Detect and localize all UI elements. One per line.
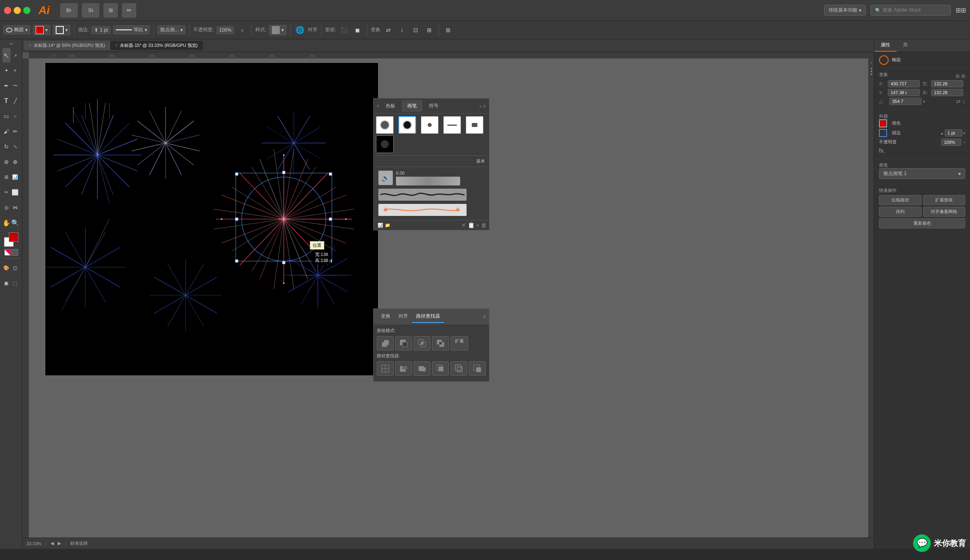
- brush-dot-1[interactable]: [376, 116, 394, 134]
- expand-btn[interactable]: ≡: [377, 104, 379, 108]
- nav-next-btn[interactable]: ▶: [58, 541, 61, 546]
- nav-prev-btn[interactable]: ◀: [51, 541, 54, 546]
- expand-shape-btn[interactable]: 扩展形状: [923, 195, 966, 205]
- warp-tool[interactable]: ⊛: [2, 155, 10, 169]
- blend-tool[interactable]: ◎: [2, 200, 10, 215]
- orange-brush-row[interactable]: [376, 202, 487, 218]
- stroke-up-icon[interactable]: ▲: [940, 131, 944, 135]
- grid-tool[interactable]: ⊞: [2, 170, 10, 184]
- tab-1[interactable]: × 未标题-14* @ 50% (RGB/GPU 预览): [24, 41, 111, 50]
- screen-mode-btn[interactable]: ▣: [2, 276, 10, 290]
- transform-icon-4[interactable]: ⊞: [424, 24, 435, 36]
- lasso-tool[interactable]: ⌖: [11, 63, 19, 78]
- grid-layout-btn[interactable]: ⊞⊞: [956, 6, 966, 14]
- slice-tool[interactable]: ✂: [2, 185, 10, 199]
- brush-dash-1[interactable]: [443, 116, 461, 134]
- pathfinder-menu-icon[interactable]: ≡: [483, 314, 486, 320]
- tab-2-close[interactable]: ×: [115, 43, 118, 48]
- tab-2[interactable]: × 未标题-15* @ 33.33% (RGB/GPU 预览): [111, 41, 203, 50]
- show-brush-kinds-icon[interactable]: 📊: [378, 223, 383, 228]
- pen-icon-btn[interactable]: ✏: [122, 3, 136, 18]
- transform-icon-3[interactable]: ⊡: [410, 24, 421, 36]
- eraser-tool[interactable]: ⬜: [11, 185, 19, 199]
- transform-icon-2[interactable]: ↕: [396, 24, 408, 36]
- pen-tool[interactable]: ✒: [2, 79, 10, 93]
- arrange-btn[interactable]: 排列: [879, 207, 922, 217]
- new-brush-icon[interactable]: +: [476, 222, 479, 228]
- curvature-tool[interactable]: 〜: [11, 79, 19, 93]
- symbol-tab[interactable]: 符号: [423, 100, 444, 112]
- divide-btn[interactable]: [377, 361, 394, 376]
- rough-brush-row[interactable]: [376, 187, 487, 202]
- expand-btn[interactable]: 扩展: [451, 336, 468, 351]
- fx-icon[interactable]: fx.: [879, 147, 885, 154]
- fill-stroke-indicator[interactable]: [4, 232, 18, 247]
- rotate-tool[interactable]: ↻: [2, 139, 10, 154]
- opacity-more-arrow[interactable]: ›: [964, 139, 965, 145]
- brush-tab[interactable]: 画笔: [402, 100, 422, 112]
- hand-tool[interactable]: ✋: [2, 216, 10, 230]
- crop-btn[interactable]: [432, 361, 449, 376]
- ellipse-tool[interactable]: ○: [11, 109, 19, 123]
- unite-btn[interactable]: [377, 336, 394, 351]
- properties-tab[interactable]: 属性: [874, 39, 897, 52]
- recolor-btn[interactable]: 重新着色: [879, 218, 965, 228]
- fill-color-box[interactable]: [879, 119, 887, 127]
- paintbrush-tool[interactable]: 🖌: [2, 124, 10, 139]
- align-pixel-btn[interactable]: 对齐像素网格: [923, 207, 966, 217]
- globe-icon[interactable]: 🌐: [294, 24, 305, 36]
- chart-tool[interactable]: 📊: [11, 170, 19, 184]
- minimize-button[interactable]: [14, 7, 21, 14]
- bridge-icon-btn[interactable]: Br: [60, 3, 78, 18]
- gradient-btn[interactable]: ◫: [11, 261, 19, 275]
- selection-tool[interactable]: ↖: [2, 48, 10, 62]
- rectangle-tool[interactable]: ▭: [2, 109, 10, 123]
- pathfinder-tab[interactable]: 路径查找器: [412, 310, 444, 323]
- tab-1-close[interactable]: ×: [29, 43, 31, 48]
- x-input[interactable]: [888, 80, 920, 87]
- angle-input[interactable]: [889, 98, 922, 105]
- more-icon[interactable]: ⊞: [443, 24, 454, 36]
- fill-swatch[interactable]: [9, 232, 18, 242]
- intersect-btn[interactable]: [414, 336, 430, 351]
- brush-dot-2[interactable]: [398, 116, 416, 134]
- minus-front-btn[interactable]: [395, 336, 412, 351]
- outline-btn[interactable]: [451, 361, 467, 376]
- library-tab[interactable]: 库: [897, 39, 914, 52]
- scale-tool[interactable]: ⤡: [11, 139, 19, 154]
- stock-search-box[interactable]: 🔍 搜索 Adobe Stock: [871, 5, 951, 16]
- brush-square-1[interactable]: [466, 116, 483, 134]
- y-input[interactable]: [888, 89, 920, 96]
- workspace-icon-btn[interactable]: ⊞: [103, 3, 118, 18]
- stroke-width-input[interactable]: ⬆ 1 pt: [91, 26, 111, 34]
- fill-color-selector[interactable]: ▾: [33, 25, 51, 35]
- stroke-down-chevron[interactable]: ▾: [963, 131, 965, 135]
- right-collapse-panel[interactable]: «: [868, 58, 874, 538]
- shape-icon-1[interactable]: ⬛: [338, 24, 350, 36]
- stroke-color-box[interactable]: [879, 129, 887, 137]
- artboard-btn[interactable]: ⬚: [11, 276, 19, 290]
- current-tool-indicator[interactable]: 椭圆 ▾: [3, 25, 30, 34]
- line-tool[interactable]: ╱: [11, 94, 19, 108]
- style-selector[interactable]: ▾: [269, 25, 287, 35]
- opacity-input[interactable]: [941, 139, 961, 146]
- stroke-type-selector[interactable]: 等比 ▾: [113, 25, 150, 34]
- type-tool[interactable]: T: [2, 94, 10, 108]
- brush-dot-3[interactable]: [421, 116, 439, 134]
- stock-icon-btn[interactable]: St: [82, 3, 99, 18]
- maximize-button[interactable]: [23, 7, 30, 14]
- scatter-brush-selector[interactable]: 散点画... ▾: [158, 25, 186, 34]
- transform-tab[interactable]: 变换: [377, 310, 394, 323]
- flip-h-icon[interactable]: ⇄: [956, 98, 961, 105]
- magic-wand-tool[interactable]: ✦: [2, 63, 10, 78]
- trim-btn[interactable]: [395, 361, 412, 376]
- menu-icon[interactable]: ≡: [483, 104, 486, 109]
- exclude-btn[interactable]: [432, 336, 449, 351]
- brush-library-icon[interactable]: 📁: [385, 223, 390, 228]
- move-path-btn[interactable]: 位移路径: [879, 195, 922, 205]
- pencil-tool[interactable]: ✏: [11, 124, 19, 139]
- trash-brush-icon[interactable]: 🗑: [481, 222, 487, 228]
- color-board-tab[interactable]: 色板: [380, 100, 401, 112]
- swap-colors-btn[interactable]: [4, 249, 11, 256]
- scatter-brush-row[interactable]: 🔊 6.00: [376, 169, 487, 187]
